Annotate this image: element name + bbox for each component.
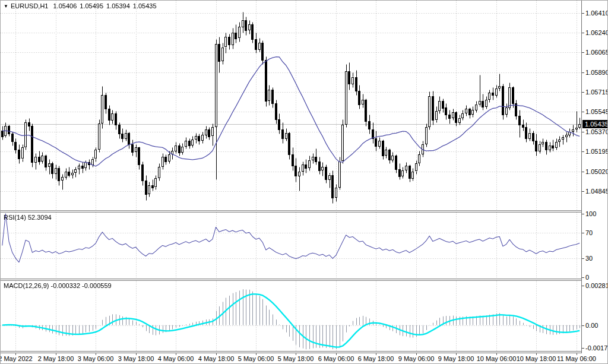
axis-tick-mark	[582, 132, 584, 132]
axis-tick-mark	[582, 13, 584, 14]
axis-tick-mark	[582, 214, 584, 214]
rsi-tick-label: 70	[585, 229, 593, 236]
macd-tick-label: -0.001796	[585, 344, 608, 352]
axis-tick-mark	[582, 277, 584, 278]
axis-tick-mark	[582, 172, 584, 172]
time-tick-label: 3 May 18:00	[118, 355, 154, 362]
time-tick-label: 5 May 06:00	[238, 355, 274, 362]
panel-separator[interactable]	[1, 278, 581, 281]
time-tick-label: 3 May 06:00	[78, 355, 114, 362]
chart-header: ▼EURUSD,H11.054061.054951.053941.05435	[4, 2, 160, 10]
price-tick-label: 1.05715	[585, 88, 608, 96]
high-value: 1.05495	[80, 2, 103, 10]
rsi-indicator-canvas[interactable]	[1, 213, 581, 278]
time-tick-label: 2 May 18:00	[38, 355, 74, 362]
time-tick-label: 6 May 18:00	[358, 355, 394, 362]
rsi-tick-label: 100	[585, 210, 596, 217]
price-tick-label: 1.05195	[585, 148, 608, 155]
axis-tick-mark	[582, 151, 584, 152]
price-chart-canvas[interactable]	[1, 1, 581, 210]
axis-tick-mark	[582, 348, 584, 349]
axis-tick-mark	[582, 72, 584, 73]
price-axis[interactable]: 1.05435 1.064101.062401.060651.058901.05…	[581, 1, 608, 353]
axis-tick-mark	[582, 33, 584, 33]
trading-chart-window: ▼EURUSD,H11.054061.054951.053941.05435 R…	[0, 0, 608, 364]
time-axis[interactable]: 2 May 20222 May 18:003 May 06:003 May 18…	[1, 353, 608, 364]
macd-panel-label: MACD(12,26,9) -0.000332 -0.000559	[4, 282, 112, 289]
time-tick-label: 4 May 06:00	[158, 355, 194, 362]
axis-tick-mark	[582, 286, 584, 286]
axis-tick-mark	[582, 52, 584, 53]
panel-separator[interactable]	[1, 210, 581, 213]
price-tick-label: 1.06240	[585, 29, 608, 36]
axis-tick-mark	[582, 258, 584, 259]
price-tick-label: 1.06410	[585, 10, 608, 17]
macd-indicator-canvas[interactable]	[1, 281, 581, 351]
time-tick-label: 10 May 18:00	[517, 355, 556, 362]
price-tick-label: 1.05020	[585, 168, 608, 175]
axis-tick-mark	[582, 191, 584, 192]
rsi-tick-label: 30	[585, 255, 593, 262]
time-tick-label: 4 May 18:00	[198, 355, 235, 362]
macd-tick-label: 0.002816	[585, 282, 608, 289]
axis-tick-mark	[582, 233, 584, 233]
time-tick-label: 6 May 06:00	[318, 355, 354, 362]
time-tick-label: 2 May 2022	[0, 355, 33, 362]
current-price-tag: 1.05435	[582, 120, 608, 128]
close-value: 1.05435	[133, 2, 157, 10]
symbol-dropdown-icon[interactable]: ▼	[4, 4, 8, 9]
axis-tick-mark	[582, 112, 584, 112]
axis-tick-mark	[582, 92, 584, 93]
price-tick-label: 1.06065	[585, 49, 608, 56]
price-tick-label: 1.05370	[585, 128, 608, 135]
price-tick-label: 1.05545	[585, 108, 608, 115]
time-tick-label: 5 May 18:00	[278, 355, 314, 362]
price-tick-label: 1.05890	[585, 69, 608, 76]
time-tick-label: 10 May 06:00	[477, 355, 517, 362]
macd-tick-label: 0.00	[585, 322, 598, 329]
open-value: 1.05406	[53, 2, 77, 10]
price-tick-label: 1.04845	[585, 188, 608, 195]
time-tick-label: 9 May 06:00	[398, 355, 435, 362]
time-tick-label: 11 May 06:00	[557, 355, 596, 362]
time-tick-label: 9 May 18:00	[438, 355, 474, 362]
axis-tick-mark	[582, 325, 584, 326]
rsi-tick-label: 0	[585, 274, 589, 281]
low-value: 1.05394	[106, 2, 130, 10]
rsi-panel-label: RSI(14) 52.3094	[4, 214, 52, 221]
symbol-timeframe-label: EURUSD,H1	[11, 2, 49, 10]
